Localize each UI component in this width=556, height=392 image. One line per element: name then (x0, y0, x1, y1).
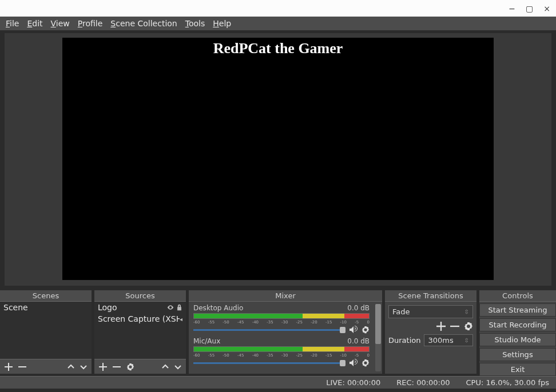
bottom-panels: Scenes Scene Sources Logo (0, 290, 556, 374)
meter-ticks: -60-55-50-45-40-35-30-25-20-15-10-50 (193, 353, 370, 358)
sources-panel: Sources Logo Screen Capture (XSHM) ◂ (94, 290, 186, 374)
eye-icon[interactable]: ◂ (180, 316, 182, 322)
sources-toolbar (94, 359, 186, 374)
exit-button[interactable]: Exit (479, 363, 556, 376)
channel-settings-button[interactable] (362, 359, 370, 367)
scene-item-label: Scene (3, 303, 28, 312)
dropdown-icon: ⇳ (464, 309, 469, 315)
mixer-panel: Mixer Desktop Audio 0.0 dB -60-55-50-45-… (189, 290, 382, 374)
mixer-channel-name: Mic/Aux (193, 337, 220, 345)
window-close-button[interactable]: × (543, 5, 550, 13)
chevron-down-icon (174, 363, 181, 370)
duration-label: Duration (388, 336, 420, 345)
menu-help[interactable]: Help (213, 19, 231, 28)
volume-slider[interactable] (193, 329, 345, 331)
menu-tools[interactable]: Tools (185, 19, 205, 28)
source-item[interactable]: Logo (94, 302, 186, 313)
settings-button[interactable]: Settings (479, 348, 556, 361)
audio-meter (193, 346, 370, 352)
add-source-button[interactable] (99, 363, 107, 371)
mute-button[interactable] (349, 326, 358, 334)
slider-thumb[interactable] (340, 360, 345, 366)
source-item[interactable]: Screen Capture (XSHM) ◂ (94, 313, 186, 325)
controls-body: Start Streaming Start Recording Studio M… (479, 302, 556, 378)
start-streaming-button[interactable]: Start Streaming (479, 303, 556, 317)
source-properties-button[interactable] (126, 363, 134, 371)
source-item-label: Logo (98, 303, 117, 312)
status-live: LIVE: 00:00:00 (326, 378, 380, 387)
spinner-icon: ⇳ (464, 337, 469, 343)
channel-settings-button[interactable] (362, 326, 370, 334)
preview-overlay-text: RedPCat the Gamer (213, 40, 343, 57)
transitions-header: Scene Transitions (385, 290, 476, 302)
scene-down-button[interactable] (80, 363, 87, 370)
controls-panel: Controls Start Streaming Start Recording… (479, 290, 556, 374)
svg-rect-0 (18, 366, 26, 367)
gear-icon (464, 322, 473, 331)
mixer-body: Desktop Audio 0.0 dB -60-55-50-45-40-35-… (189, 302, 382, 374)
window-minimize-button[interactable]: − (509, 5, 515, 13)
statusbar: LIVE: 00:00:00 REC: 00:00:00 CPU: 16.0%,… (0, 376, 556, 389)
minus-icon (113, 363, 121, 371)
duration-value: 300ms (428, 336, 453, 345)
mixer-channel-name: Desktop Audio (193, 304, 243, 312)
sources-list[interactable]: Logo Screen Capture (XSHM) ◂ (94, 302, 186, 359)
scenes-panel: Scenes Scene (0, 290, 92, 374)
duration-spinner[interactable]: 300ms ⇳ (424, 334, 473, 346)
mute-button[interactable] (349, 359, 358, 367)
menubar: File Edit View Profile Scene Collection … (0, 17, 556, 30)
scenes-header: Scenes (0, 290, 92, 302)
menu-view[interactable]: View (51, 19, 70, 28)
transitions-body: Fade ⇳ Duration 300ms ⇳ (385, 302, 476, 374)
chevron-up-icon (162, 363, 169, 370)
transition-select[interactable]: Fade ⇳ (388, 305, 473, 318)
transitions-panel: Scene Transitions Fade ⇳ Duration (385, 290, 476, 374)
studio-mode-button[interactable]: Studio Mode (479, 333, 556, 346)
plus-icon (99, 363, 107, 371)
speaker-icon (349, 359, 358, 367)
scene-item[interactable]: Scene (0, 302, 92, 313)
mixer-channel: Desktop Audio 0.0 dB -60-55-50-45-40-35-… (193, 304, 370, 334)
remove-transition-button[interactable] (450, 322, 459, 331)
scenes-list[interactable]: Scene (0, 302, 92, 359)
add-scene-button[interactable] (5, 363, 13, 371)
source-item-label: Screen Capture (XSHM) (98, 314, 180, 323)
transition-selected-label: Fade (392, 307, 410, 316)
menu-profile[interactable]: Profile (78, 19, 103, 28)
lock-icon[interactable] (176, 304, 182, 311)
mixer-scrollbar[interactable] (375, 304, 381, 371)
scenes-toolbar (0, 359, 92, 374)
add-transition-button[interactable] (436, 322, 446, 331)
eye-icon[interactable] (167, 304, 174, 311)
preview-canvas[interactable]: RedPCat the Gamer (62, 38, 494, 280)
svg-rect-2 (450, 326, 459, 327)
menu-file[interactable]: File (6, 19, 19, 28)
chevron-up-icon (67, 363, 74, 370)
menu-scene-collection[interactable]: Scene Collection (110, 19, 177, 28)
audio-meter (193, 313, 370, 319)
remove-source-button[interactable] (113, 363, 121, 371)
plus-icon (5, 363, 13, 371)
transition-properties-button[interactable] (464, 322, 473, 331)
menu-edit[interactable]: Edit (27, 19, 42, 28)
remove-scene-button[interactable] (18, 363, 26, 371)
window-maximize-button[interactable]: ▢ (526, 5, 533, 13)
source-up-button[interactable] (162, 363, 169, 370)
slider-thumb[interactable] (340, 327, 345, 333)
volume-slider[interactable] (193, 362, 345, 364)
window-titlebar: − ▢ × (0, 0, 556, 17)
svg-rect-1 (113, 366, 121, 367)
mixer-header: Mixer (189, 290, 382, 302)
status-rec: REC: 00:00:00 (396, 378, 450, 387)
plus-icon (436, 322, 446, 331)
source-down-button[interactable] (174, 363, 181, 370)
mixer-channel-level: 0.0 dB (347, 337, 370, 345)
start-recording-button[interactable]: Start Recording (479, 318, 556, 331)
meter-ticks: -60-55-50-45-40-35-30-25-20-15-10-50 (193, 320, 370, 325)
status-cpu: CPU: 16.0%, 30.00 fps (466, 378, 549, 387)
minus-icon (450, 322, 459, 331)
scene-up-button[interactable] (67, 363, 74, 370)
chevron-down-icon (80, 363, 87, 370)
controls-header: Controls (479, 290, 556, 302)
sources-header: Sources (94, 290, 186, 302)
